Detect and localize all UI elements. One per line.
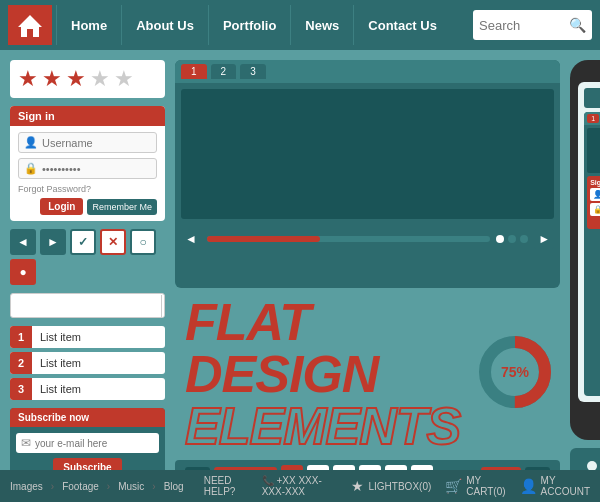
list-items: 1 List item 2 List item 3 List item	[10, 326, 165, 400]
bottom-phone: 📞 +XX XXX-XXX-XXX	[262, 475, 342, 497]
right-panel: 🏠 1 2 3 Sign In 👤 Username	[570, 60, 600, 492]
nav-next-btn[interactable]: ►	[40, 229, 66, 255]
slider-fill	[207, 236, 320, 242]
cart-label: MY CART(0)	[466, 475, 505, 497]
browser-content	[181, 89, 554, 219]
signin-widget: Sign in 👤 🔒 Forgot Password? Login Remem…	[10, 106, 165, 221]
filter-select[interactable]: All	[161, 295, 165, 317]
flat-text-line3: ELEMENTS	[185, 400, 460, 452]
search-input[interactable]	[479, 18, 569, 33]
phone-nav-bar: 🏠	[584, 88, 600, 108]
phone-user-icon: 👤	[593, 190, 600, 199]
nav-close-btn[interactable]: ✕	[100, 229, 126, 255]
password-field: 🔒	[18, 158, 157, 179]
flat-text-line1: FLAT	[185, 296, 460, 348]
nav-item-contact[interactable]: Contact Us	[353, 5, 451, 45]
email-input[interactable]	[35, 438, 154, 449]
nav-prev-btn[interactable]: ◄	[10, 229, 36, 255]
nav-search-box: 🔍	[473, 10, 592, 40]
nav-item-portfolio[interactable]: Portfolio	[208, 5, 290, 45]
phone-mockup: 🏠 1 2 3 Sign In 👤 Username	[570, 60, 600, 440]
bottom-link-blog[interactable]: Blog	[164, 481, 184, 492]
stars-widget: ★ ★ ★ ★ ★	[10, 60, 165, 98]
slider-dots	[496, 235, 528, 243]
bottom-link-footage[interactable]: Footage	[62, 481, 99, 492]
navbar: Home About Us Portfolio News Contact Us …	[0, 0, 600, 50]
forgot-password-link[interactable]: Forgot Password?	[18, 184, 157, 194]
password-input[interactable]	[42, 163, 151, 175]
star-1[interactable]: ★	[18, 66, 38, 92]
nav-circle-btn[interactable]: ○	[130, 229, 156, 255]
svg-marker-0	[18, 15, 42, 37]
flat-design-section: FLAT DESIGN ELEMENTS 75%	[175, 296, 560, 452]
bottom-links: Images › Footage › Music › Blog	[10, 481, 184, 492]
slider-bar	[207, 236, 490, 242]
phone-screen-content	[587, 128, 600, 173]
signin-header: Sign in	[10, 106, 165, 126]
nav-check-btn[interactable]: ✓	[70, 229, 96, 255]
phone-lock-icon: 🔒	[593, 205, 600, 214]
login-button[interactable]: Login	[40, 198, 83, 215]
nav-dot-btn[interactable]: ●	[10, 259, 36, 285]
middle-panel: 1 2 3 ◄ ► FLAT DESIGN	[175, 60, 560, 492]
remember-button[interactable]: Remember Me	[87, 199, 157, 215]
browser-tab-2[interactable]: 2	[211, 64, 237, 79]
username-input[interactable]	[42, 137, 151, 149]
phone-signin-label: Sign In	[590, 179, 600, 186]
username-field: 👤	[18, 132, 157, 153]
nav-buttons: ◄ ► ✓ ✕ ○ ●	[10, 229, 165, 285]
list-item: 3 List item	[10, 378, 165, 400]
phone-tab-1[interactable]: 1	[587, 114, 599, 123]
signin-actions: Login Remember Me	[18, 198, 157, 215]
main-content: ★ ★ ★ ★ ★ Sign in 👤 🔒 Forgot Password? L	[0, 50, 600, 502]
star-5[interactable]: ★	[114, 66, 134, 92]
search-icon[interactable]: 🔍	[569, 17, 586, 33]
phone-screen: 🏠 1 2 3 Sign In 👤 Username	[578, 82, 600, 402]
slider-next-button[interactable]: ►	[534, 229, 554, 249]
browser-tab-1[interactable]: 1	[181, 64, 207, 79]
donut-chart: 75%	[475, 332, 555, 416]
list-item-text-3: List item	[32, 383, 89, 395]
nav-item-about[interactable]: About Us	[121, 5, 208, 45]
phone-username-field: 👤 Username	[590, 188, 600, 201]
subscribe-email-field: ✉	[16, 433, 159, 453]
star-2[interactable]: ★	[42, 66, 62, 92]
lock-icon: 🔒	[24, 162, 38, 175]
search-bar: All 🔍	[10, 293, 165, 318]
slider-dot-1[interactable]	[496, 235, 504, 243]
slider-dot-3[interactable]	[520, 235, 528, 243]
user-icon: 👤	[24, 136, 38, 149]
lightbox-action[interactable]: ★ LIGHTBOX(0)	[351, 478, 431, 494]
browser-tab-3[interactable]: 3	[240, 64, 266, 79]
lightbox-icon: ★	[351, 478, 364, 494]
phone-browser: 1 2 3 Sign In 👤 Username 🔒	[584, 112, 600, 396]
slider-dot-2[interactable]	[508, 235, 516, 243]
bottom-bar: Images › Footage › Music › Blog NEED HEL…	[0, 470, 600, 502]
email-icon: ✉	[21, 436, 31, 450]
filter-search-input[interactable]	[11, 296, 161, 316]
nav-item-home[interactable]: Home	[56, 5, 121, 45]
slider-prev-button[interactable]: ◄	[181, 229, 201, 249]
list-item-num-3: 3	[10, 378, 32, 400]
star-3[interactable]: ★	[66, 66, 86, 92]
nav-item-news[interactable]: News	[290, 5, 353, 45]
phone-browser-tabs: 1 2 3	[584, 112, 600, 125]
list-item: 2 List item	[10, 352, 165, 374]
svg-text:75%: 75%	[501, 364, 530, 380]
cart-action[interactable]: 🛒 MY CART(0)	[445, 475, 505, 497]
flat-text-line2: DESIGN	[185, 348, 460, 400]
account-action[interactable]: 👤 MY ACCOUNT	[520, 475, 590, 497]
star-4[interactable]: ★	[90, 66, 110, 92]
phone-signin: Sign In 👤 Username 🔒 •••••• Login Rememb…	[587, 176, 600, 229]
browser-mockup: 1 2 3 ◄ ►	[175, 60, 560, 288]
flat-design-text: FLAT DESIGN ELEMENTS	[180, 296, 465, 452]
bottom-link-images[interactable]: Images	[10, 481, 43, 492]
bottom-link-music[interactable]: Music	[118, 481, 144, 492]
cart-icon: 🛒	[445, 478, 462, 494]
list-item-text-1: List item	[32, 331, 89, 343]
nav-logo[interactable]	[8, 5, 52, 45]
list-item-num-1: 1	[10, 326, 32, 348]
subscribe-header: Subscribe now	[10, 408, 165, 427]
account-label: MY ACCOUNT	[541, 475, 590, 497]
signin-body: 👤 🔒 Forgot Password? Login Remember Me	[10, 126, 165, 221]
